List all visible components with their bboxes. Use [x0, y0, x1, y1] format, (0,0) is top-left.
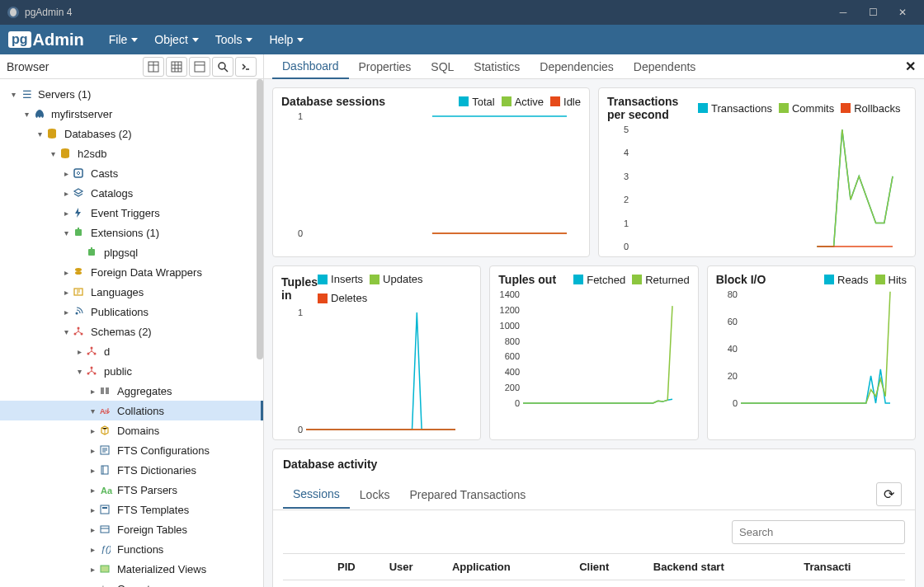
tree-extensions[interactable]: ▾Extensions (1)	[0, 223, 263, 242]
matview-icon	[99, 563, 114, 575]
tree-plpgsql[interactable]: plpgsql	[0, 242, 263, 262]
svg-rect-47	[101, 566, 109, 572]
svg-text:60: 60	[727, 317, 737, 326]
tree-operators[interactable]: ▸+−Operators	[0, 579, 263, 587]
tree-schema-d[interactable]: ▸d	[0, 341, 263, 361]
tree-languages[interactable]: ▸Languages	[0, 282, 263, 302]
tool-search-icon[interactable]	[212, 57, 233, 77]
svg-text:1: 1	[624, 218, 629, 228]
col-pid[interactable]: PID	[332, 554, 384, 580]
svg-text:5: 5	[624, 126, 629, 134]
tree-functions[interactable]: ▸ƒ()Functions	[0, 539, 263, 559]
tree-schemas[interactable]: ▾Schemas (2)	[0, 322, 263, 341]
object-tree[interactable]: ▾☰Servers (1) ▾myfirstserver ▾Databases …	[0, 79, 263, 587]
tout-chart: 0200400600800100012001400	[498, 291, 689, 406]
refresh-button[interactable]: ⟳	[876, 482, 902, 506]
tool-grid-icon[interactable]	[166, 57, 187, 77]
tree-fts-parsers[interactable]: ▸AaFTS Parsers	[0, 480, 263, 500]
tree-mat-views[interactable]: ▸Materialized Views	[0, 559, 263, 579]
tree-schema-public[interactable]: ▾public	[0, 361, 263, 381]
aggregate-icon	[99, 385, 114, 397]
svg-rect-21	[91, 247, 92, 250]
tab-properties[interactable]: Properties	[349, 54, 422, 79]
catalogs-icon	[73, 187, 87, 199]
maximize-button[interactable]: ☐	[858, 0, 888, 25]
tree-publications[interactable]: ▸Publications	[0, 302, 263, 322]
tree-casts[interactable]: ▸Casts	[0, 163, 263, 183]
svg-text:4: 4	[624, 148, 629, 157]
tree-foreign-tables[interactable]: ▸Foreign Tables	[0, 519, 263, 539]
svg-point-12	[219, 63, 225, 69]
tree-collations[interactable]: ▾ABCollations	[0, 401, 263, 420]
tree-fts-dict[interactable]: ▸FTS Dictionaries	[0, 460, 263, 480]
tab-dependencies[interactable]: Dependencies	[530, 54, 624, 79]
card-tuples-out: Tuples out Fetched Returned 020040060080…	[489, 265, 698, 440]
tree-h2sdb[interactable]: ▾h2sdb	[0, 143, 263, 163]
svg-text:20: 20	[727, 371, 737, 381]
tree-domains[interactable]: ▸Domains	[0, 420, 263, 440]
close-panel-icon[interactable]: ✕	[905, 59, 916, 74]
tree-scrollbar[interactable]	[257, 79, 263, 587]
menubar: pg Admin File Object Tools Help	[0, 25, 924, 54]
col-backend-start[interactable]: Backend start	[648, 554, 799, 580]
minimize-button[interactable]: ─	[828, 0, 858, 25]
tree-event-triggers[interactable]: ▸Event Triggers	[0, 203, 263, 223]
tree-fts-templates[interactable]: ▸FTS Templates	[0, 500, 263, 519]
chevron-down-icon	[131, 38, 138, 42]
database-icon	[59, 148, 74, 159]
activity-tab-locks[interactable]: Locks	[350, 481, 400, 508]
svg-point-1	[10, 8, 16, 16]
svg-text:0: 0	[733, 398, 738, 406]
bio-legend: Reads Hits	[824, 274, 907, 286]
database-icon	[46, 128, 61, 139]
svg-text:2: 2	[624, 195, 629, 204]
tree-catalogs[interactable]: ▸Catalogs	[0, 183, 263, 203]
card-tuples-in: Tuples in Inserts Updates Deletes 01	[272, 265, 481, 440]
tool-filter-icon[interactable]	[189, 57, 210, 77]
fts-template-icon	[99, 504, 114, 515]
menu-tools[interactable]: Tools	[207, 26, 262, 53]
svg-text:600: 600	[505, 351, 520, 361]
tool-table-icon[interactable]	[143, 57, 164, 77]
tab-dependents[interactable]: Dependents	[624, 54, 706, 79]
svg-text:1400: 1400	[500, 291, 520, 299]
fdw-icon	[73, 266, 87, 278]
svg-text:40: 40	[727, 344, 737, 354]
tree-databases[interactable]: ▾Databases (2)	[0, 124, 263, 143]
close-button[interactable]: ✕	[888, 0, 917, 25]
col-client[interactable]: Client	[574, 554, 648, 580]
activity-table: PID User Application Client Backend star…	[283, 553, 905, 580]
svg-point-25	[76, 312, 78, 315]
tree-fdw[interactable]: ▸Foreign Data Wrappers	[0, 262, 263, 282]
svg-rect-10	[195, 62, 205, 72]
menu-help[interactable]: Help	[261, 26, 312, 53]
col-user[interactable]: User	[384, 554, 447, 580]
svg-text:0: 0	[515, 398, 520, 406]
tab-dashboard[interactable]: Dashboard	[272, 54, 349, 79]
svg-point-23	[75, 271, 82, 275]
col-transaction[interactable]: Transacti	[799, 554, 905, 580]
tool-terminal-icon[interactable]	[235, 57, 257, 77]
tab-statistics[interactable]: Statistics	[464, 54, 530, 79]
chevron-down-icon	[246, 38, 252, 42]
tree-fts-config[interactable]: ▸FTS Configurations	[0, 440, 263, 460]
menu-file[interactable]: File	[101, 26, 147, 53]
trigger-icon	[73, 207, 87, 218]
activity-tab-sessions[interactable]: Sessions	[283, 481, 350, 509]
tab-sql[interactable]: SQL	[421, 54, 464, 79]
brand: pg Admin	[8, 31, 84, 49]
activity-search-input[interactable]	[732, 520, 905, 544]
svg-rect-36	[106, 387, 109, 394]
publication-icon	[73, 306, 87, 317]
tree-servers[interactable]: ▾☰Servers (1)	[0, 84, 263, 104]
chevron-down-icon	[192, 38, 199, 42]
brand-box: pg	[8, 31, 31, 48]
tree-myfirstserver[interactable]: ▾myfirstserver	[0, 104, 263, 124]
window-title: pgAdmin 4	[25, 7, 72, 18]
col-application[interactable]: Application	[447, 554, 574, 580]
svg-text:1: 1	[298, 113, 303, 121]
activity-tab-prepared[interactable]: Prepared Transactions	[399, 481, 535, 508]
tree-aggregates[interactable]: ▸Aggregates	[0, 381, 263, 401]
card-tps: Transactions per second Transactions Com…	[598, 87, 916, 257]
menu-object[interactable]: Object	[146, 26, 206, 53]
